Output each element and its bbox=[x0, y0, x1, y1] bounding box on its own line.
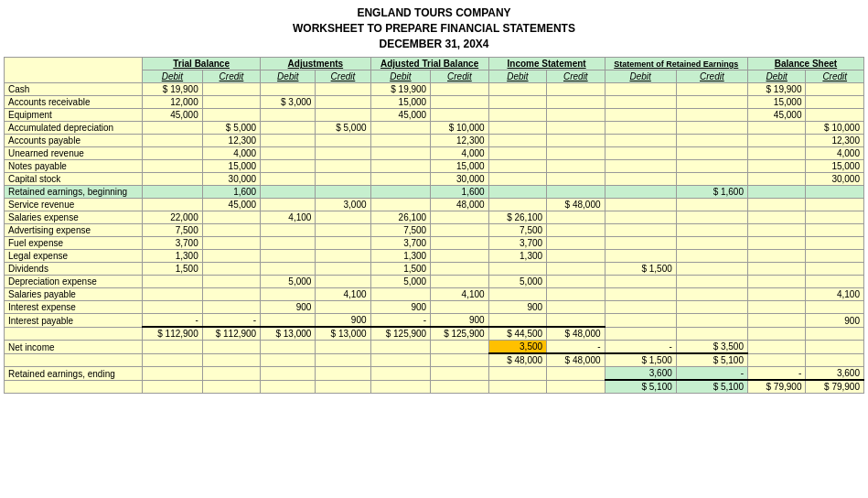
table-row: Fuel expense3,7003,7003,700 bbox=[5, 237, 864, 250]
sre-credit-header: Credit bbox=[676, 70, 747, 83]
adjusted-tb-header: Adjusted Trial Balance bbox=[370, 58, 488, 70]
tb-credit-header: Credit bbox=[202, 70, 260, 83]
tb-debit-header: Debit bbox=[143, 70, 203, 83]
header-row-1: Trial Balance Adjustments Adjusted Trial… bbox=[5, 58, 864, 70]
sre-header: Statement of Retained Earnings bbox=[605, 58, 747, 70]
adjustments-header: Adjustments bbox=[261, 58, 370, 70]
income-stmt-header: Income Statement bbox=[488, 58, 605, 70]
trial-balance-header: Trial Balance bbox=[143, 58, 261, 70]
table-row: Accounts receivable12,000$ 3,00015,00015… bbox=[5, 96, 864, 109]
table-row: Cash$ 19,900$ 19,900$ 19,900 bbox=[5, 83, 864, 96]
worksheet-table: Trial Balance Adjustments Adjusted Trial… bbox=[4, 57, 864, 394]
atb-debit-header: Debit bbox=[370, 70, 431, 83]
table-row: Equipment45,00045,00045,000 bbox=[5, 109, 864, 122]
table-row: Depreciation expense5,0005,0005,000 bbox=[5, 276, 864, 288]
table-row: Dividends1,5001,500$ 1,500 bbox=[5, 263, 864, 276]
table-row: Salaries expense22,0004,10026,100$ 26,10… bbox=[5, 211, 864, 224]
title-line2: WORKSHEET TO PREPARE FINANCIAL STATEMENT… bbox=[4, 21, 864, 37]
balance-sheet-header: Balance Sheet bbox=[748, 58, 864, 70]
table-row: Interest payable--900-900900 bbox=[5, 314, 864, 328]
table-row: Retained earnings, beginning1,6001,600$ … bbox=[5, 186, 864, 199]
bs-credit-header: Credit bbox=[806, 70, 864, 83]
table-row: Accumulated depreciation$ 5,000$ 5,000$ … bbox=[5, 122, 864, 135]
table-row: Accounts payable12,30012,30012,300 bbox=[5, 135, 864, 147]
table-row: Unearned revenue4,0004,0004,000 bbox=[5, 147, 864, 160]
main-container: ENGLAND TOURS COMPANY WORKSHEET TO PREPA… bbox=[0, 0, 868, 397]
retained-earnings-ending-row: Retained earnings, ending3,600--3,600 bbox=[5, 367, 864, 381]
is-debit-header: Debit bbox=[488, 70, 546, 83]
table-row: Notes payable15,00015,00015,000 bbox=[5, 160, 864, 173]
totals2-row: $ 48,000$ 48,000$ 1,500$ 5,100 bbox=[5, 353, 864, 367]
atb-credit-header: Credit bbox=[431, 70, 488, 83]
adj-credit-header: Credit bbox=[316, 70, 370, 83]
table-row: Salaries payable4,1004,1004,100 bbox=[5, 288, 864, 301]
totals-row: $ 112,900$ 112,900$ 13,000$ 13,000$ 125,… bbox=[5, 327, 864, 341]
is-credit-header: Credit bbox=[547, 70, 605, 83]
adj-debit-header: Debit bbox=[261, 70, 316, 83]
table-row: Service revenue45,0003,00048,000$ 48,000 bbox=[5, 199, 864, 211]
table-row: Advertising expense7,5007,5007,500 bbox=[5, 224, 864, 237]
final-totals-row: $ 5,100$ 5,100$ 79,900$ 79,900 bbox=[5, 380, 864, 394]
table-row: Capital stock30,00030,00030,000 bbox=[5, 173, 864, 186]
table-row: Interest expense900900900 bbox=[5, 301, 864, 314]
title-section: ENGLAND TOURS COMPANY WORKSHEET TO PREPA… bbox=[4, 5, 864, 51]
sre-debit-header: Debit bbox=[605, 70, 676, 83]
table-row: Legal expense1,3001,3001,300 bbox=[5, 250, 864, 263]
title-line3: DECEMBER 31, 20X4 bbox=[4, 37, 864, 52]
net-income-row: Net income3,500--$ 3,500 bbox=[5, 341, 864, 354]
title-line1: ENGLAND TOURS COMPANY bbox=[4, 5, 864, 21]
bs-debit-header: Debit bbox=[748, 70, 806, 83]
